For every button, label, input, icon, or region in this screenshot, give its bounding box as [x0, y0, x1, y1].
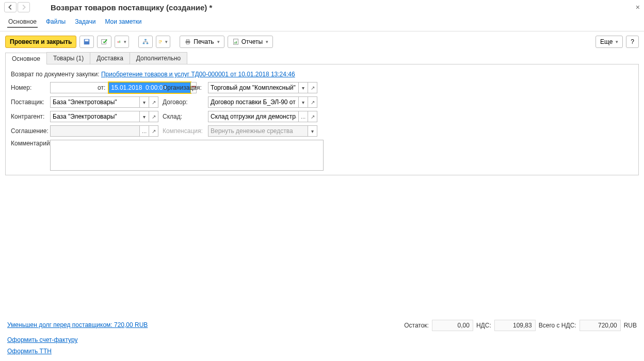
top-tab-notes[interactable]: Мои заметки: [104, 17, 142, 28]
form-tab-extra[interactable]: Дополнительно: [130, 52, 187, 64]
total-value: 720,00: [579, 320, 621, 331]
debt-link[interactable]: Уменьшен долг перед поставщиком: 720,00 …: [7, 321, 148, 329]
number-field[interactable]: [50, 82, 94, 93]
post-button[interactable]: [97, 36, 111, 48]
reports-label: Отчеты: [242, 38, 263, 45]
ttn-link[interactable]: Оформить ТТН: [7, 348, 637, 355]
header: Возврат товаров поставщику (создание) * …: [0, 0, 644, 14]
currency-label: RUB: [624, 322, 637, 329]
post-icon: [101, 38, 108, 45]
arrow-left-icon: [7, 4, 14, 11]
top-tab-files[interactable]: Файлы: [45, 17, 67, 28]
form-body: Возврат по документу закупки: Приобретен…: [5, 64, 639, 175]
doc-label: Возврат по документу закупки:: [11, 71, 100, 78]
print-label: Печать: [194, 38, 214, 45]
svg-rect-11: [187, 40, 189, 41]
svg-rect-6: [143, 43, 145, 44]
agreement-field[interactable]: … ↗: [50, 125, 158, 137]
top-tab-main[interactable]: Основное: [7, 17, 38, 28]
dropdown-icon[interactable]: ▾: [140, 111, 149, 122]
help-button[interactable]: ?: [626, 36, 639, 48]
svg-rect-5: [145, 39, 147, 41]
dropdown-icon[interactable]: ▾: [299, 96, 308, 108]
comment-field[interactable]: [50, 140, 324, 171]
top-tabs: Основное Файлы Задачи Мои заметки: [0, 14, 644, 31]
svg-rect-1: [85, 40, 89, 42]
ellipsis-icon[interactable]: …: [299, 111, 308, 122]
comp-label: Компенсация:: [163, 127, 204, 135]
from-label: от:: [98, 84, 105, 91]
form-tab-main[interactable]: Основное: [5, 53, 47, 64]
date-field[interactable]: [108, 82, 165, 93]
struct-icon: [142, 38, 149, 45]
report-icon: [232, 38, 239, 45]
supplier-label: Поставщик:: [11, 99, 46, 106]
comp-field[interactable]: ▾: [208, 125, 317, 137]
balance-value: 0,00: [432, 320, 473, 331]
counter-field[interactable]: ▾ ↗: [50, 111, 158, 122]
doc-link[interactable]: Приобретение товаров и услуг ТД00-000001…: [101, 71, 295, 78]
dropdown-icon[interactable]: ▾: [299, 82, 308, 93]
warehouse-field[interactable]: … ↗: [208, 111, 317, 122]
svg-rect-15: [236, 41, 237, 43]
svg-rect-4: [119, 41, 120, 43]
printer-icon: [184, 38, 191, 45]
page-title: Возврат товаров поставщику (создание) *: [40, 3, 212, 12]
post-close-button[interactable]: Провести и закрыть: [5, 36, 76, 48]
invoice-link[interactable]: Оформить счет-фактуру: [7, 336, 637, 343]
svg-rect-14: [234, 42, 235, 44]
open-icon[interactable]: ↗: [308, 111, 317, 122]
create-based-button[interactable]: [156, 36, 170, 48]
form-tab-goods[interactable]: Товары (1): [46, 52, 90, 64]
svg-rect-3: [118, 41, 119, 43]
forward-button[interactable]: [18, 2, 30, 12]
form-tabs: Основное Товары (1) Доставка Дополнитель…: [5, 52, 639, 64]
svg-rect-12: [187, 43, 189, 44]
vat-value: 109,83: [494, 320, 536, 331]
dropdown-icon[interactable]: ▾: [308, 125, 317, 137]
open-icon[interactable]: ↗: [308, 82, 317, 93]
reports-button[interactable]: Отчеты: [228, 36, 273, 48]
open-icon[interactable]: ↗: [149, 96, 158, 108]
back-button[interactable]: [4, 2, 17, 12]
svg-rect-7: [147, 43, 149, 44]
arrow-right-icon: [20, 4, 27, 11]
close-button[interactable]: ×: [636, 3, 640, 11]
footer: Уменьшен долг перед поставщиком: 720,00 …: [0, 315, 644, 361]
comment-label: Комментарий:: [11, 140, 46, 147]
dk-icon: [117, 38, 121, 45]
total-label: Всего с НДС:: [539, 322, 576, 329]
open-icon[interactable]: ↗: [308, 96, 317, 108]
number-label: Номер:: [11, 84, 46, 91]
org-field[interactable]: ▾ ↗: [208, 82, 317, 93]
supplier-field[interactable]: ▾ ↗: [50, 96, 158, 108]
open-icon[interactable]: ↗: [149, 125, 158, 137]
ellipsis-icon[interactable]: …: [140, 125, 149, 137]
top-tab-tasks[interactable]: Задачи: [74, 17, 96, 28]
counter-label: Контрагент:: [11, 113, 46, 120]
org-label: Организация:: [163, 84, 204, 91]
save-icon: [83, 38, 90, 45]
create-based-icon: [158, 38, 162, 45]
contract-field[interactable]: ▾ ↗: [208, 96, 317, 108]
agreement-label: Соглашение:: [11, 127, 46, 135]
more-button[interactable]: Еще: [595, 36, 623, 48]
svg-point-9: [160, 40, 162, 42]
print-button[interactable]: Печать: [180, 36, 224, 48]
save-button[interactable]: [79, 36, 94, 48]
struct-button[interactable]: [138, 36, 153, 48]
dropdown-icon[interactable]: ▾: [140, 96, 149, 108]
open-icon[interactable]: ↗: [149, 111, 158, 122]
vat-label: НДС:: [476, 322, 491, 329]
contract-label: Договор:: [163, 99, 204, 106]
form-tab-delivery[interactable]: Доставка: [90, 52, 130, 64]
balance-label: Остаток:: [404, 322, 429, 329]
toolbar: Провести и закрыть Печать Отчеты Еще ?: [0, 31, 644, 52]
dk-button[interactable]: [115, 36, 129, 48]
warehouse-label: Склад:: [163, 113, 204, 120]
